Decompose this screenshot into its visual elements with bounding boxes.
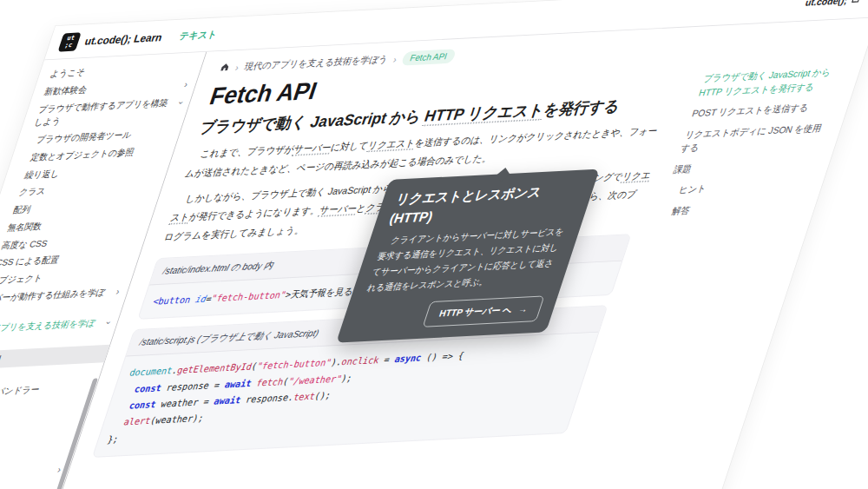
breadcrumb-separator: › bbox=[392, 54, 398, 64]
glossary-term[interactable]: サーバー bbox=[292, 142, 332, 156]
glossary-term[interactable]: HTTP リクエスト bbox=[422, 101, 547, 126]
breadcrumb-current: Fetch API bbox=[400, 49, 457, 65]
text-segment: ブラウザで動く JavaScript から bbox=[198, 107, 429, 136]
text-segment: を発行する bbox=[542, 97, 623, 119]
site-title[interactable]: ut.code(); Learn bbox=[83, 31, 164, 47]
tooltip-title: リクエストとレスポンス (HTTP) bbox=[387, 181, 582, 228]
screenshot-viewport: ut ;c ut.code(); Learn テキスト ut.code(); よ… bbox=[0, 0, 868, 489]
sidebar-item-label: 高度な CSS bbox=[0, 237, 49, 253]
code-text: document.getElementById("fetch-button").… bbox=[105, 341, 586, 448]
text-segment: これまで、ブラウザが bbox=[199, 144, 296, 160]
toc: ブラウザで動く JavaScript から HTTP リクエストを発行するPOS… bbox=[657, 61, 852, 222]
glossary-term[interactable]: サーバー bbox=[318, 203, 358, 217]
sidebar-item-label: 無名関数 bbox=[5, 220, 43, 235]
text-segment: に対して bbox=[329, 141, 370, 153]
external-site-label: ut.code(); bbox=[804, 0, 849, 8]
sidebar-item-label: クラス bbox=[17, 185, 48, 200]
breadcrumb-separator: › bbox=[234, 62, 240, 72]
sidebar-item-label: ようこそ bbox=[48, 66, 87, 81]
docs-page: ut ;c ut.code(); Learn テキスト ut.code(); よ… bbox=[0, 0, 868, 489]
logo-line2: ;c bbox=[63, 42, 73, 50]
sidebar-item-label: CSS による配置 bbox=[0, 254, 61, 270]
text-segment: が発行できるようになります。 bbox=[187, 205, 321, 222]
sidebar-item-label: オブジェクト bbox=[0, 272, 44, 287]
external-link-icon bbox=[850, 0, 862, 5]
tooltip-body: クライアントからサーバーに対しサービスを要求する通信をリクエスト、リクエストに対… bbox=[365, 225, 568, 297]
body-row: ようこそ新歓体験会›ブラウザで動作するアプリを構築しよう›ブラウザの開発者ツール… bbox=[0, 17, 868, 489]
utcode-logo[interactable]: ut ;c bbox=[58, 32, 82, 51]
sidebar-item-label: Fetch API bbox=[0, 352, 3, 367]
http-server-button-label: HTTP サーバー へ bbox=[437, 303, 514, 320]
chevron-down-icon: › bbox=[174, 101, 187, 104]
sidebar-item-label: モジュールバンドラー bbox=[0, 383, 42, 400]
breadcrumb-section[interactable]: 現代のアプリを支える技術を学ぼう bbox=[243, 53, 390, 73]
chevron-down-icon: › bbox=[102, 321, 115, 325]
tooltip-button-row: HTTP サーバー へ → bbox=[353, 295, 544, 330]
nav-link-text[interactable]: テキスト bbox=[177, 28, 219, 43]
glossary-term[interactable]: リクエスト bbox=[366, 138, 417, 153]
sidebar-item-モジュールバンドラー[interactable]: モジュールバンドラー bbox=[0, 378, 99, 404]
chevron-right-icon: › bbox=[182, 78, 189, 91]
sidebar-item-label: 繰り返し bbox=[23, 167, 62, 182]
external-site-link[interactable]: ut.code(); bbox=[804, 0, 862, 8]
arrow-right-icon: → bbox=[517, 304, 529, 315]
chevron-right-icon: › bbox=[115, 285, 122, 298]
http-server-button[interactable]: HTTP サーバー へ → bbox=[423, 295, 545, 327]
sidebar-item-label: 配列 bbox=[11, 203, 33, 217]
home-icon[interactable] bbox=[218, 62, 232, 75]
sidebar-item-label: 新歓体験会 bbox=[43, 83, 89, 99]
